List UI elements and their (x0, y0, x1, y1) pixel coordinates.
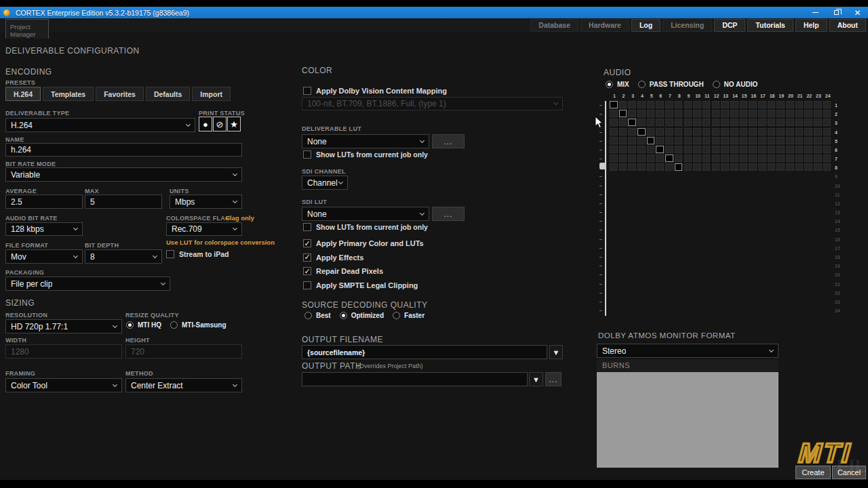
matrix-cell-r4c8[interactable] (675, 128, 683, 136)
matrix-cell-r4c18[interactable] (768, 128, 776, 136)
matrix-cell-r4c22[interactable] (804, 128, 812, 136)
matrix-cell-r3c14[interactable] (730, 119, 738, 126)
matrix-cell-r2c16[interactable] (749, 110, 757, 117)
matrix-cell-r7c5[interactable] (647, 155, 655, 162)
matrix-cell-r5c13[interactable] (721, 137, 729, 144)
matrix-cell-r4c5[interactable] (647, 128, 655, 136)
matrix-cell-r1c12[interactable] (712, 101, 720, 108)
menu-button-hardware[interactable]: Hardware (580, 19, 629, 32)
preset-button-h-264[interactable]: H.264 (5, 87, 41, 101)
path-dropdown-button[interactable]: ▼ (529, 372, 543, 386)
matrix-cell-r2c3[interactable] (628, 110, 636, 117)
name-input[interactable] (5, 143, 242, 157)
sdi-lut-browse-button[interactable]: ... (432, 207, 465, 221)
matrix-cell-r3c8[interactable] (675, 119, 683, 126)
matrix-cell-r3c15[interactable] (740, 119, 748, 126)
matrix-cell-r5c23[interactable] (814, 137, 822, 144)
matrix-cell-r8c6[interactable] (656, 163, 664, 171)
matrix-cell-r7c14[interactable] (730, 155, 738, 162)
matrix-cell-r8c1[interactable] (610, 163, 618, 171)
matrix-cell-r8c5[interactable] (647, 163, 655, 171)
matrix-cell-r2c20[interactable] (786, 110, 794, 117)
matrix-cell-r3c18[interactable] (768, 119, 776, 126)
matrix-cell-r7c12[interactable] (712, 155, 720, 162)
restore-button[interactable] (826, 7, 847, 18)
matrix-cell-r6c12[interactable] (712, 146, 720, 153)
matrix-cell-r3c5[interactable] (647, 119, 655, 126)
matrix-cell-r2c11[interactable] (703, 110, 711, 117)
menu-button-log[interactable]: Log (631, 19, 660, 32)
matrix-cell-r6c16[interactable] (749, 146, 757, 153)
matrix-cell-r4c21[interactable] (795, 128, 804, 136)
matrix-cell-r2c23[interactable] (814, 110, 822, 117)
matrix-cell-r8c17[interactable] (758, 163, 766, 171)
audio-mode-mix[interactable]: MIX (606, 81, 629, 88)
matrix-cell-r5c24[interactable] (823, 137, 831, 144)
matrix-cell-r5c20[interactable] (786, 137, 794, 144)
units-select[interactable]: Mbps (170, 195, 242, 209)
matrix-cell-r6c9[interactable] (684, 146, 692, 153)
deliverable-type-select[interactable]: H.264 (5, 118, 195, 132)
matrix-cell-r3c3[interactable] (628, 119, 636, 126)
sdi-channel-select[interactable]: Channel A (302, 176, 348, 190)
matrix-cell-r6c18[interactable] (768, 146, 776, 153)
matrix-cell-r1c4[interactable] (637, 101, 646, 108)
output-path-input[interactable] (302, 372, 528, 386)
matrix-cell-r7c11[interactable] (703, 155, 711, 162)
checkbox-apply-effects[interactable]: ✓Apply Effects (303, 253, 363, 262)
preset-button-defaults[interactable]: Defaults (146, 87, 190, 101)
matrix-cell-r8c3[interactable] (628, 163, 636, 171)
matrix-cell-r6c1[interactable] (610, 146, 618, 153)
matrix-cell-r1c21[interactable] (795, 101, 804, 108)
matrix-cell-r7c9[interactable] (684, 155, 692, 162)
matrix-cell-r4c3[interactable] (628, 128, 636, 136)
matrix-cell-r2c14[interactable] (730, 110, 738, 117)
matrix-cell-r7c23[interactable] (814, 155, 822, 162)
preset-button-favorites[interactable]: Favorites (96, 87, 144, 101)
matrix-cell-r7c19[interactable] (776, 155, 785, 162)
matrix-cell-r5c11[interactable] (703, 137, 711, 144)
source-decoding-best[interactable]: Best (304, 312, 331, 319)
matrix-cell-r6c22[interactable] (804, 146, 812, 153)
matrix-cell-r4c14[interactable] (730, 128, 738, 136)
matrix-cell-r7c8[interactable] (675, 155, 683, 162)
matrix-cell-r5c15[interactable] (740, 137, 748, 144)
matrix-cell-r4c17[interactable] (758, 128, 766, 136)
matrix-cell-r5c3[interactable] (628, 137, 636, 144)
matrix-cell-r7c21[interactable] (795, 155, 804, 162)
matrix-cell-r7c6[interactable] (656, 155, 664, 162)
matrix-cell-r4c10[interactable] (693, 128, 701, 136)
matrix-cell-r4c16[interactable] (749, 128, 757, 136)
matrix-cell-r5c5[interactable] (647, 137, 655, 144)
matrix-cell-r4c11[interactable] (703, 128, 711, 136)
matrix-cell-r1c2[interactable] (619, 101, 627, 108)
matrix-cell-r3c6[interactable] (656, 119, 664, 126)
resize-quality-mti-hq[interactable]: MTI HQ (126, 321, 161, 329)
menu-button-database[interactable]: Database (530, 19, 578, 32)
matrix-cell-r5c17[interactable] (758, 137, 766, 144)
matrix-cell-r3c19[interactable] (776, 119, 785, 126)
matrix-cell-r8c23[interactable] (814, 163, 822, 171)
show-luts-sdi-checkbox[interactable]: Show LUTs from current job only (303, 223, 428, 231)
matrix-cell-r6c20[interactable] (786, 146, 794, 153)
matrix-cell-r3c17[interactable] (758, 119, 766, 126)
method-select[interactable]: Center Extract (125, 378, 242, 392)
create-button[interactable]: Create (795, 466, 831, 479)
max-input[interactable] (85, 195, 162, 209)
matrix-cell-r3c21[interactable] (795, 119, 804, 126)
matrix-cell-r6c6[interactable] (656, 146, 664, 153)
matrix-cell-r4c9[interactable] (684, 128, 692, 136)
matrix-cell-r3c23[interactable] (814, 119, 822, 126)
matrix-cell-r2c8[interactable] (675, 110, 683, 117)
matrix-cell-r5c4[interactable] (637, 137, 646, 144)
matrix-cell-r3c7[interactable] (665, 119, 673, 126)
filled-circle-icon[interactable]: ● (199, 117, 212, 131)
tab-project-manager[interactable]: Project Manager (5, 19, 49, 39)
matrix-cell-r6c13[interactable] (721, 146, 729, 153)
matrix-cell-r1c7[interactable] (665, 101, 673, 108)
menu-button-licensing[interactable]: Licensing (663, 19, 712, 32)
matrix-cell-r3c13[interactable] (721, 119, 729, 126)
deliverable-lut-browse-button[interactable]: ... (432, 134, 465, 148)
matrix-cell-r1c13[interactable] (721, 101, 729, 108)
matrix-cell-r8c22[interactable] (804, 163, 812, 171)
